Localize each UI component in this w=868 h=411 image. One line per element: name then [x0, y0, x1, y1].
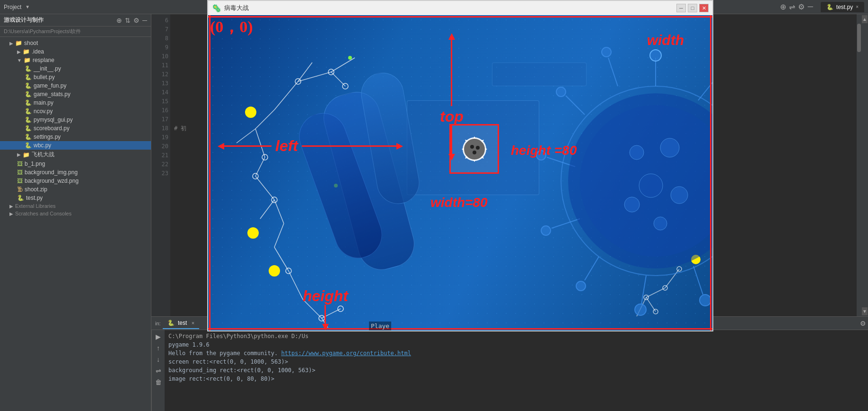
minimize2-icon[interactable]: ─ [142, 17, 147, 24]
bottom-tab-close[interactable]: × [192, 320, 194, 326]
editor-scrollbar[interactable] [857, 14, 861, 316]
sidebar-item-wbc[interactable]: 🐍 wbc.py [0, 141, 151, 150]
tab-close-icon[interactable]: × [856, 4, 859, 9]
sidebar-item-shoot[interactable]: ▶ 📁 shoot [0, 39, 151, 47]
sidebar-item-label-pymysql: pymysql_gui.py [34, 116, 73, 123]
console-line-pygame: pygame 1.9.6 [168, 340, 864, 349]
svg-point-59 [541, 226, 551, 235]
sidebar-item-b1[interactable]: 🖼 b_1.png [0, 160, 151, 168]
sidebar-item-game-stats[interactable]: 🐍 game_stats.py [0, 90, 151, 98]
sidebar-item-test-py[interactable]: 🐍 test.py [0, 194, 151, 202]
sidebar-item-label-feijidazhan: 飞机大战 [32, 151, 54, 159]
game-title: 病毒大战 [224, 4, 249, 12]
sidebar-item-main[interactable]: 🐍 main.py [0, 98, 151, 107]
sidebar-item-bg-img[interactable]: 🖼 background_img.png [0, 168, 151, 177]
svg-line-58 [552, 219, 580, 228]
folder-icon-shoot: 📁 [15, 40, 22, 46]
sidebar-item-resplane[interactable]: ▼ 📁 resplane [0, 56, 151, 64]
zip-icon-shoot: 🗜 [17, 186, 23, 193]
collapse-icon[interactable]: ⇅ [125, 17, 131, 24]
console-line-1: C:\Program Files\Python3\python.exe D:/U… [168, 332, 864, 340]
sidebar-item-idea[interactable]: ▶ 📁 .idea [0, 47, 151, 56]
folder-icon-feijidazhan: 📁 [23, 152, 30, 158]
py-icon-scoreboard: 🐍 [25, 125, 32, 132]
svg-point-43 [650, 50, 661, 61]
project-dropdown-icon[interactable]: ▼ [25, 4, 30, 9]
py-icon-wbc: 🐍 [25, 142, 32, 149]
sidebar-item-label-settings: settings.py [34, 134, 61, 140]
sidebar-item-scoreboard[interactable]: 🐍 scoreboard.py [0, 124, 151, 133]
scroll-up-btn[interactable]: ▲ [862, 15, 868, 23]
svg-point-69 [660, 138, 679, 157]
sidebar-item-bullet[interactable]: 🐍 bullet.py [0, 73, 151, 81]
console-clear-icon[interactable]: 🗑 [155, 378, 162, 386]
bottom-tab-test[interactable]: 🐍 test × [163, 318, 199, 329]
console-prefix-label: in: [153, 321, 163, 326]
svg-line-11 [260, 200, 274, 219]
sidebar-item-label-wbc: wbc.py [34, 142, 51, 149]
sidebar-item-game-fun[interactable]: 🐍 game_fun.py [0, 81, 151, 90]
console-scroll-down-icon[interactable]: ↓ [157, 356, 160, 363]
game-minimize-btn[interactable]: ─ [676, 4, 686, 12]
svg-point-27 [245, 107, 256, 118]
bottom-border-line [208, 328, 712, 330]
pygame-link[interactable]: https://www.pygame.org/contribute.html [281, 350, 411, 357]
console-wrap-icon[interactable]: ⇌ [156, 367, 161, 375]
sidebar-item-shoot-zip[interactable]: 🗜 shoot.zip [0, 185, 151, 194]
py-icon-bullet: 🐍 [25, 74, 32, 80]
png-icon-bg-img: 🖼 [17, 169, 23, 176]
tab-label: test.py [836, 4, 853, 10]
add-icon[interactable]: ⊕ [780, 2, 786, 11]
svg-line-9 [255, 176, 274, 200]
scroll-down-btn[interactable]: ▼ [862, 307, 868, 315]
right-border-line [710, 15, 711, 331]
editor-scrollbar-thumb[interactable] [857, 24, 861, 52]
editor-scroll-arrows[interactable]: ▲ ▼ [861, 14, 868, 316]
width-eq-annotation: width=80 [430, 195, 488, 210]
py-icon-console: 🐍 [167, 320, 175, 326]
sidebar-item-scratches[interactable]: ▶ Scratches and Consoles [0, 210, 151, 217]
sidebar-item-label-b1: b_1.png [25, 161, 45, 167]
split-icon[interactable]: ⇌ [789, 2, 795, 11]
svg-point-75 [464, 139, 485, 160]
top-annotation: top [440, 33, 464, 161]
project-label[interactable]: Project [4, 4, 21, 10]
game-close-btn[interactable]: ✕ [699, 4, 709, 12]
expand-arrow-shoot: ▶ [9, 41, 13, 46]
sidebar-item-settings[interactable]: 🐍 settings.py [0, 133, 151, 141]
settings2-icon[interactable]: ⚙ [133, 17, 140, 24]
console-line-imgrect: image rect:<rect(0, 0, 80, 80)> [168, 375, 864, 383]
console-scroll-up-icon[interactable]: ↑ [157, 344, 160, 352]
sidebar-item-pymysql[interactable]: 🐍 pymysql_gui.py [0, 116, 151, 124]
svg-line-5 [255, 110, 274, 129]
sidebar-item-init[interactable]: 🐍 __init__.py [0, 64, 151, 73]
console-run-icon[interactable]: ▶ [156, 333, 161, 340]
sidebar-item-label-game-fun: game_fun.py [34, 82, 66, 89]
game-titlebar: 🦠 病毒大战 ─ □ ✕ [208, 1, 712, 15]
sidebar-item-label-test-py: test.py [26, 195, 43, 201]
minimize-icon[interactable]: ─ [807, 2, 813, 11]
sidebar-item-feijidazhan[interactable]: ▶ 📁 飞机大战 [0, 150, 151, 160]
svg-point-63 [556, 87, 566, 97]
folder-icon-resplane: 📁 [24, 57, 31, 63]
sidebar-item-external-libs[interactable]: ▶ External Libraries [0, 202, 151, 210]
expand-arrow-resplane: ▼ [17, 58, 22, 63]
player-text: Playe [369, 322, 391, 331]
svg-line-3 [331, 58, 355, 72]
left-border-line [209, 15, 210, 331]
svg-point-84 [470, 145, 474, 149]
sidebar-item-bg-wzd[interactable]: 🖼 background_wzd.png [0, 177, 151, 185]
tab-test-py[interactable]: 🐍 test.py × [821, 2, 864, 12]
settings-icon[interactable]: ⚙ [798, 2, 805, 11]
svg-point-73 [654, 217, 667, 230]
height-annotation: height [303, 287, 348, 331]
sidebar-item-ncov[interactable]: 🐍 ncov.py [0, 107, 151, 116]
add-folder-icon[interactable]: ⊕ [116, 17, 122, 24]
console-row: ▶ ↑ ↓ ⇌ 🗑 C:\Program Files\Python3\pytho… [151, 330, 868, 411]
py-icon-game-stats: 🐍 [25, 91, 32, 98]
bottom-tab-label: test [178, 320, 187, 326]
gear-icon-console[interactable]: ⚙ [860, 320, 866, 327]
sidebar-item-label-idea: .idea [32, 48, 44, 55]
game-maximize-btn[interactable]: □ [688, 4, 697, 12]
svg-point-68 [630, 145, 644, 160]
